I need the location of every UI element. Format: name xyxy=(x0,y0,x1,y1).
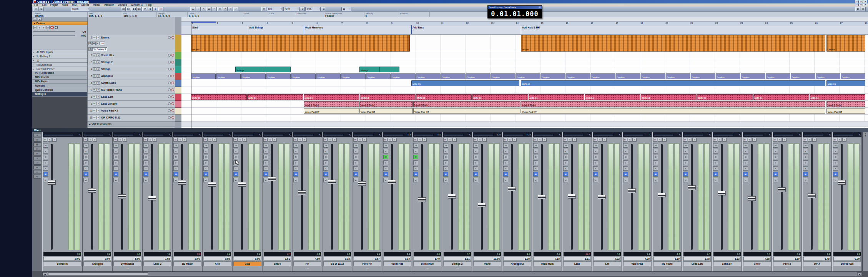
inspector-section-midi-inserts[interactable]: MIDI Inserts xyxy=(32,75,87,80)
clip-jupiter[interactable]: Jupiter xyxy=(616,73,640,79)
volume-value[interactable]: -6.45 xyxy=(803,257,831,261)
clip-midi-01[interactable]: MIDI 01 xyxy=(191,94,247,100)
mixer-strip-strin-chive[interactable]: R10msems⊙er⊞w-3.9-8.40Strin chive28 xyxy=(412,132,442,271)
strip-button-6[interactable]: w xyxy=(713,178,718,182)
solo-button[interactable]: s xyxy=(598,138,602,142)
clip-midi-03[interactable]: MIDI 03 xyxy=(826,80,865,86)
strip-button-6[interactable]: w xyxy=(473,178,478,182)
pan-control[interactable]: L xyxy=(623,132,652,137)
mixer-strip-stereo-out[interactable]: Cmsems⊙er⊞w0.00.00Stereo Out xyxy=(832,132,862,271)
volume-value[interactable]: -0.96 xyxy=(234,257,261,261)
strip-button-3[interactable]: e xyxy=(323,160,328,165)
strip-button-0[interactable]: m xyxy=(743,143,748,148)
mute-button[interactable]: m xyxy=(93,60,96,64)
solo-button[interactable]: s xyxy=(358,138,362,142)
mixer-strip-hh[interactable]: Cmsems⊙er⊞w-3.5-4.99HH24 xyxy=(293,132,322,271)
fader[interactable] xyxy=(808,194,816,198)
clip-midi-01[interactable]: MIDI 01 xyxy=(247,94,303,100)
pan-control[interactable]: C xyxy=(803,132,831,137)
mixer-strip-lead[interactable]: Cmsems⊙er⊞w12.7-6.81Lead33 xyxy=(562,132,592,271)
channel-name[interactable]: Arpeggio 2 xyxy=(503,261,531,266)
strip-button-5[interactable]: ⊞ xyxy=(593,172,598,177)
menu-devices[interactable]: Devices xyxy=(116,3,129,7)
strip-button-4[interactable]: r xyxy=(503,166,508,171)
inspector-section-vst-expression[interactable]: VST Expression xyxy=(32,71,87,75)
solo-button[interactable]: s xyxy=(478,138,482,142)
clip-jupiter[interactable]: Jupiter xyxy=(591,73,615,79)
mute-button[interactable]: m xyxy=(503,138,507,142)
mute-button[interactable]: m xyxy=(93,95,96,98)
volume-value[interactable]: -7.02 xyxy=(594,257,621,261)
monitor-button[interactable] xyxy=(168,116,171,119)
strip-button-0[interactable]: m xyxy=(503,143,508,148)
pan-value[interactable]: 0.00 xyxy=(76,34,86,37)
snap-type-select[interactable]: Bar▾ xyxy=(267,7,283,11)
volume-value[interactable]: -0.67 xyxy=(354,257,381,261)
strip-button-1[interactable]: s xyxy=(293,149,298,154)
mute-button[interactable]: m xyxy=(93,109,96,112)
fader[interactable] xyxy=(538,195,546,199)
pan-control[interactable]: C xyxy=(353,132,382,137)
strip-button-1[interactable]: s xyxy=(113,149,118,154)
maximize-icon[interactable]: □ xyxy=(859,0,863,3)
mixer-strip-choir[interactable]: Cmsems⊙er⊞w-4.4-7.88Choir39 xyxy=(742,132,772,271)
strip-button-5[interactable]: ⊞ xyxy=(833,172,838,177)
strip-button-0[interactable]: m xyxy=(233,143,238,148)
strip-button-2[interactable]: ⊙ xyxy=(83,155,88,159)
mute-button[interactable]: m xyxy=(143,138,148,142)
strip-button-6[interactable]: w xyxy=(773,178,778,182)
pan-control[interactable]: C xyxy=(323,132,352,137)
strip-button-5[interactable]: ⊞ xyxy=(413,172,418,177)
mute-button[interactable]: m xyxy=(233,138,238,142)
strip-button-1[interactable]: s xyxy=(533,149,538,154)
strip-button-1[interactable]: s xyxy=(83,149,88,154)
strip-button-2[interactable]: ⊙ xyxy=(503,155,508,159)
strip-button-4[interactable]: r xyxy=(773,166,778,171)
record-button[interactable] xyxy=(171,36,174,39)
strip-button-0[interactable]: m xyxy=(623,143,628,148)
mute-button[interactable]: m xyxy=(683,138,687,142)
strip-button-5[interactable]: ⊞ xyxy=(773,172,778,177)
strip-button-0[interactable]: m xyxy=(653,143,658,148)
marker-add-strings[interactable]: Add Strings xyxy=(249,26,263,29)
edit-button[interactable]: e xyxy=(52,138,57,142)
strip-button-2[interactable]: ⊙ xyxy=(143,155,148,159)
clip-lead-2-right[interactable]: Lead 2 Right xyxy=(521,101,825,107)
strip-button-4[interactable]: r xyxy=(173,166,178,171)
volume-value[interactable]: -8.40 xyxy=(414,257,441,261)
channel-name[interactable]: M1 Piano xyxy=(653,261,681,266)
edit-button[interactable]: e xyxy=(782,138,787,142)
channel-name[interactable]: Perc HH xyxy=(353,261,381,266)
strip-button-2[interactable]: ⊙ xyxy=(683,155,688,159)
solo-button[interactable]: s xyxy=(178,138,182,142)
strip-button-2[interactable]: ⊙ xyxy=(533,155,538,159)
strip-button-1[interactable]: s xyxy=(653,149,658,154)
strip-button-2[interactable]: ⊙ xyxy=(473,155,478,159)
marker-start[interactable]: Start xyxy=(192,26,198,29)
strip-button-2[interactable]: ⊙ xyxy=(203,155,208,159)
strip-button-1[interactable]: s xyxy=(473,149,478,154)
close-icon[interactable]: ✕ xyxy=(863,3,867,6)
solo-button[interactable]: s xyxy=(118,138,122,142)
fader[interactable] xyxy=(358,181,366,186)
solo-button[interactable]: s xyxy=(388,138,392,142)
write-button[interactable]: w xyxy=(46,26,50,29)
menu-audio[interactable]: Audio xyxy=(60,3,70,7)
solo-button[interactable]: s xyxy=(96,74,100,78)
inspector-row-all-midi-inputs[interactable]: ▸All MIDI Inputs xyxy=(32,50,87,54)
strip-button-4[interactable]: r xyxy=(233,166,238,171)
strip-button-6[interactable]: w xyxy=(683,178,688,182)
fader[interactable] xyxy=(718,191,726,195)
strip-button-5[interactable]: ⊞ xyxy=(713,172,718,177)
edit-button[interactable]: e xyxy=(602,138,607,142)
channel-name[interactable]: B3 St 11/12 xyxy=(323,261,351,266)
volume-value[interactable]: -4.20 xyxy=(624,257,651,261)
volume-value[interactable]: -10.96 xyxy=(474,257,501,261)
mixer-strip-arpeggio[interactable]: Cmsems⊙er⊞w-0.2-3.94Arpeggio17 xyxy=(83,132,112,271)
mute-button[interactable]: m xyxy=(653,138,657,142)
strip-button-5[interactable]: ⊞ xyxy=(323,172,328,177)
solo-button[interactable]: s xyxy=(96,102,100,105)
fader[interactable] xyxy=(178,180,186,185)
mixer-strip-b3-mastr[interactable]: Cmsems⊙er⊞w0.10.00B3 Mastr20 xyxy=(173,132,202,271)
strip-button-0[interactable]: m xyxy=(323,143,328,148)
